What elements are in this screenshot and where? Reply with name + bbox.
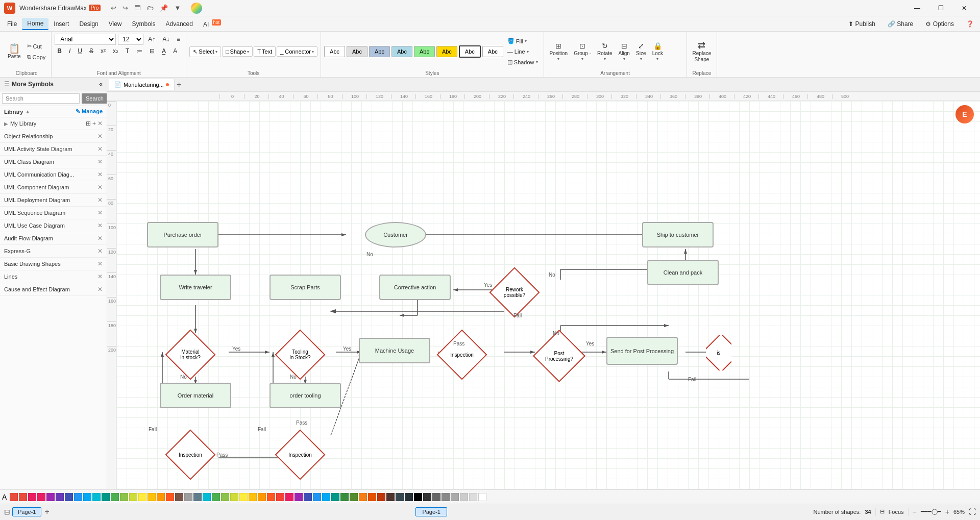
subscript-btn[interactable]: x₂ — [110, 46, 121, 56]
sidebar-item-cause-effect[interactable]: Cause and Effect Diagram ✕ — [0, 283, 107, 296]
color-yellow2[interactable] — [239, 493, 248, 501]
color-pink1[interactable] — [28, 493, 36, 501]
color-cyan2[interactable] — [203, 493, 211, 501]
font-highlight-btn[interactable]: A̲ — [159, 46, 168, 56]
color-darkgrey1[interactable] — [423, 493, 431, 501]
sidebar-item-my-library[interactable]: ▶ My Library ⊞ + ✕ — [0, 117, 107, 130]
color-midgrey2[interactable] — [442, 493, 450, 501]
shape-machine-usage[interactable]: Machine Usage — [359, 338, 430, 363]
sidebar-item-audit-flow[interactable]: Audit Flow Diagram ✕ — [0, 232, 107, 245]
shape-dropdown[interactable]: □ Shape ▾ — [222, 46, 253, 57]
sidebar-item-uml-component[interactable]: UML Component Diagram ✕ — [0, 181, 107, 194]
shape-inspection-material[interactable]: Inspection — [167, 432, 213, 478]
style-abc4[interactable]: Abc — [391, 46, 412, 57]
diagram-canvas[interactable]: Purchase order Customer Ship to customer… — [116, 101, 980, 489]
zoom-out-btn[interactable]: − — [913, 508, 917, 516]
add-lib-icon[interactable]: ⊞ — [86, 120, 91, 127]
redo-btn[interactable]: ↪ — [120, 3, 130, 13]
color-purple1[interactable] — [46, 493, 55, 501]
sidebar-item-uml-comm[interactable]: UML Communication Diag... ✕ — [0, 168, 107, 181]
color-amber1[interactable] — [148, 493, 156, 501]
color-teal2[interactable] — [331, 493, 339, 501]
font-color-btn[interactable]: A — [170, 46, 180, 56]
color-darkgreen1[interactable] — [340, 493, 349, 501]
shape-rework-possible[interactable]: Reworkpossible? — [492, 269, 537, 315]
cut-btn[interactable]: ✂Cut — [24, 41, 48, 51]
color-purple3[interactable] — [295, 493, 303, 501]
new-tab-btn[interactable]: + — [177, 80, 181, 89]
color-lime2[interactable] — [230, 493, 238, 501]
search-btn[interactable]: Search — [82, 93, 107, 104]
shape-clean-pack[interactable]: Clean and pack — [647, 260, 719, 285]
color-verydarkbluegrey[interactable] — [405, 493, 413, 501]
search-input[interactable] — [2, 93, 80, 104]
share-btn[interactable]: 🔗 Share — [884, 19, 917, 29]
color-orange1[interactable] — [157, 493, 165, 501]
close-cause-effect[interactable]: ✕ — [97, 286, 103, 293]
replace-shape-btn[interactable]: ⇄ Replace Shape — [690, 39, 714, 64]
maximize-btn[interactable]: ❐ — [929, 0, 952, 16]
shape-send-post-processing[interactable]: Send for Post Processing — [606, 337, 678, 365]
close-object-rel[interactable]: ✕ — [97, 133, 103, 140]
color-blue1[interactable] — [74, 493, 82, 501]
underline-btn[interactable]: U — [75, 46, 85, 56]
font-color-T-btn[interactable]: T — [123, 46, 132, 56]
color-darkorange1[interactable] — [368, 493, 376, 501]
close-uml-comm[interactable]: ✕ — [97, 171, 103, 178]
position-btn[interactable]: ⊞ Position ▾ — [547, 40, 571, 63]
close-uml-class[interactable]: ✕ — [97, 158, 103, 165]
text-btn[interactable]: T Text — [254, 46, 276, 57]
undo-btn[interactable]: ↩ — [109, 3, 118, 13]
color-verylightgrey[interactable] — [469, 493, 477, 501]
shape-inspection-main[interactable]: Inspection — [439, 332, 485, 378]
shadow-btn[interactable]: ◫ Shadow▾ — [505, 57, 541, 67]
shape-corrective-action[interactable]: Corrective action — [379, 275, 451, 300]
close-audit-flow[interactable]: ✕ — [97, 235, 103, 242]
menu-design[interactable]: Design — [74, 18, 103, 30]
color-lime1[interactable] — [129, 493, 137, 501]
menu-advanced[interactable]: Advanced — [161, 18, 198, 30]
color-darkorange2[interactable] — [377, 493, 385, 501]
sidebar-item-express-g[interactable]: Express-G ✕ — [0, 245, 107, 258]
color-lightblue2[interactable] — [322, 493, 330, 501]
color-white[interactable] — [478, 493, 486, 501]
color-teal1[interactable] — [102, 493, 110, 501]
close-uml-sequence[interactable]: ✕ — [97, 209, 103, 216]
increase-font-btn[interactable]: A↑ — [145, 35, 158, 44]
menu-home[interactable]: Home — [22, 18, 48, 30]
color-pink3[interactable] — [285, 493, 293, 501]
color-lightgreen1[interactable] — [120, 493, 128, 501]
shape-order-tooling[interactable]: order tooling — [270, 383, 341, 408]
style-abc6[interactable]: Abc — [436, 46, 457, 57]
style-abc5[interactable]: Abc — [414, 46, 435, 57]
help-btn[interactable]: ❓ — [962, 19, 978, 29]
color-purple2[interactable] — [56, 493, 64, 501]
connector-dropdown[interactable]: ⎯ Connector ▾ — [277, 46, 317, 57]
fullscreen-btn[interactable]: ⛶ — [969, 508, 976, 516]
select-dropdown[interactable]: ↖ Select ▾ — [189, 46, 221, 57]
menu-insert[interactable]: Insert — [48, 18, 74, 30]
color-indigo[interactable] — [65, 493, 73, 501]
sidebar-collapse-btn[interactable]: « — [99, 81, 103, 88]
size-btn[interactable]: ⤢ Size ▾ — [633, 40, 649, 63]
numbered-btn[interactable]: ⊟ — [147, 46, 157, 56]
decrease-font-btn[interactable]: A↓ — [160, 35, 172, 44]
sidebar-item-uml-deployment[interactable]: UML Deployment Diagram ✕ — [0, 194, 107, 207]
color-pink2[interactable] — [37, 493, 45, 501]
close-express-g[interactable]: ✕ — [97, 247, 103, 255]
style-abc8[interactable]: Abc — [482, 46, 503, 57]
color-black[interactable] — [414, 493, 422, 501]
color-lightgrey1[interactable] — [451, 493, 459, 501]
page-tab-1[interactable]: Page-1 — [12, 507, 41, 516]
save-btn[interactable]: 🗔 — [132, 3, 143, 13]
italic-btn[interactable]: I — [66, 46, 73, 56]
color-deeporange1[interactable] — [166, 493, 174, 501]
more-btn[interactable]: ▼ — [172, 3, 183, 13]
focus-btn[interactable]: Focus — [889, 509, 904, 515]
open-btn[interactable]: 🗁 — [145, 3, 156, 13]
menu-view[interactable]: View — [104, 18, 127, 30]
style-abc2[interactable]: Abc — [347, 46, 368, 57]
close-my-library[interactable]: ✕ — [97, 120, 103, 127]
close-basic-drawing[interactable]: ✕ — [97, 260, 103, 267]
view-icon[interactable]: ⊟ — [4, 508, 10, 516]
